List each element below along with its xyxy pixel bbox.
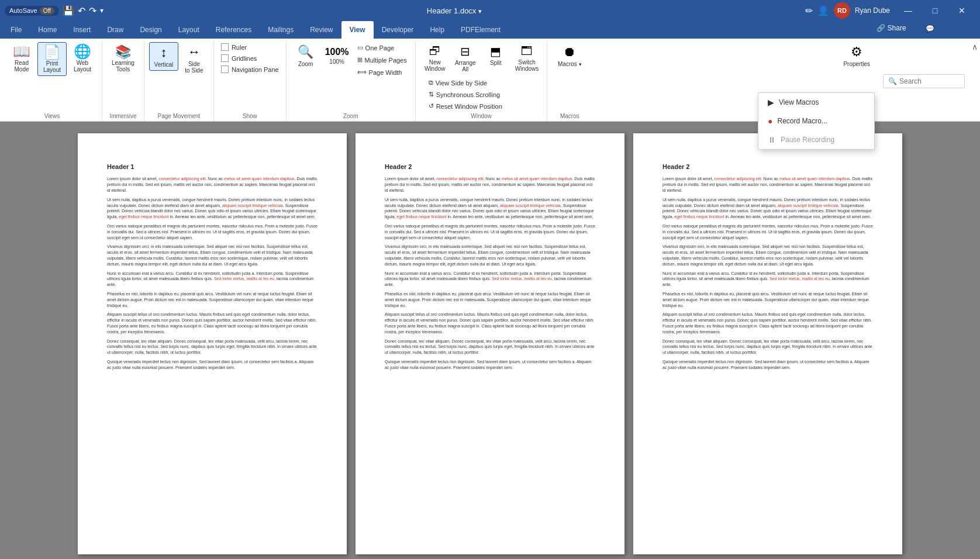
nav-pane-checkbox[interactable]: Navigation Pane	[219, 64, 281, 74]
multiple-pages-button[interactable]: ⊞ Multiple Pages	[354, 54, 410, 65]
page-movement-group: ↕ Vertical ↔ Sideto Side Page Movement	[144, 41, 214, 121]
side-to-side-icon: ↔	[188, 44, 201, 60]
title-bar: AutoSave Off 💾 ↶ ↷ ▾ Header 1.docx ▾ ✏ 👤…	[0, 0, 980, 21]
doc1-header: Header 1	[107, 163, 318, 171]
multiple-pages-icon: ⊞	[357, 56, 363, 64]
title-bar-left: AutoSave Off 💾 ↶ ↷ ▾	[5, 5, 103, 16]
one-page-button[interactable]: ▭ One Page	[354, 42, 410, 53]
undo-icon[interactable]: ↶	[78, 5, 85, 16]
sync-scrolling-button[interactable]: ⇅ Synchronous Scrolling	[425, 89, 506, 100]
views-group-items: 📖 ReadMode 📄 PrintLayout 🌐 WebLayout	[7, 42, 97, 112]
zoom-group-label: Zoom	[343, 113, 358, 121]
side-to-side-label: Sideto Side	[185, 61, 203, 74]
doc3-para-6: Phasellus ex nisl, lobortis in dapibus e…	[662, 291, 873, 308]
zoom-100-button[interactable]: 100% 100%	[322, 42, 353, 67]
view-side-by-side-label: View Side by Side	[436, 80, 487, 87]
ribbon-collapse-button[interactable]: ∧	[972, 41, 978, 51]
read-mode-icon: 📖	[13, 44, 30, 58]
arrange-all-button[interactable]: ⊟ ArrangeAll	[451, 42, 480, 75]
tab-view[interactable]: View	[341, 21, 374, 39]
minimize-button[interactable]: —	[895, 0, 922, 21]
gridlines-label: Gridlines	[232, 55, 257, 62]
tab-pdfelement[interactable]: PDFElement	[453, 21, 509, 39]
reset-window-label: Reset Window Position	[436, 103, 502, 110]
web-layout-button[interactable]: 🌐 WebLayout	[68, 42, 97, 75]
one-page-icon: ▭	[357, 44, 363, 51]
macros-icon: ⏺	[563, 44, 576, 60]
split-button[interactable]: ⬒ Split	[481, 42, 510, 75]
switch-windows-button[interactable]: 🗔 SwitchWindows	[512, 42, 543, 74]
macros-group: ⏺ Macros ▾ Macros	[547, 41, 592, 121]
tab-home[interactable]: Home	[30, 21, 65, 39]
redo-icon[interactable]: ↷	[89, 5, 96, 16]
gridlines-checkbox[interactable]: Gridlines	[219, 53, 259, 63]
learning-tools-button[interactable]: 📚 LearningTools	[107, 42, 139, 75]
tab-draw[interactable]: Draw	[99, 21, 132, 39]
tab-review[interactable]: Review	[302, 21, 341, 39]
autosave-toggle[interactable]: AutoSave Off	[5, 6, 59, 16]
switch-windows-label: SwitchWindows	[515, 59, 539, 72]
immersive-group-label: Immersive	[109, 113, 136, 121]
macros-group-items: ⏺ Macros ▾	[552, 42, 587, 112]
view-side-by-side-icon: ⧉	[429, 79, 433, 87]
print-layout-icon: 📄	[43, 45, 61, 59]
user-avatar[interactable]: RD	[834, 2, 850, 19]
doc1-para-9: Quisque venenatis imperdiet lectus non d…	[107, 359, 318, 371]
tab-mailings[interactable]: Mailings	[260, 21, 302, 39]
autosave-label: AutoSave	[9, 7, 37, 14]
doc2-para-4: Vivamus dignissim orci, in elis malesuad…	[385, 244, 595, 267]
tab-insert[interactable]: Insert	[65, 21, 99, 39]
record-macro-item[interactable]: ● Record Macro...	[758, 112, 874, 130]
view-side-by-side-button[interactable]: ⧉ View Side by Side	[425, 77, 506, 88]
views-group-label: Views	[44, 113, 60, 121]
save-icon[interactable]: 💾	[63, 5, 74, 16]
share-button[interactable]: 🔗 Share	[869, 21, 913, 39]
new-window-button[interactable]: 🗗 NewWindow	[420, 42, 450, 75]
search-input[interactable]	[899, 77, 946, 85]
page-width-button[interactable]: ⟺ Page Width	[354, 67, 410, 78]
reset-window-icon: ↺	[429, 102, 434, 110]
ruler-checkbox[interactable]: Ruler	[219, 42, 249, 52]
account-icon[interactable]: 👤	[817, 5, 829, 16]
read-mode-button[interactable]: 📖 ReadMode	[7, 42, 36, 75]
reset-window-button[interactable]: ↺ Reset Window Position	[425, 101, 506, 112]
vertical-button[interactable]: ↕ Vertical	[149, 42, 178, 71]
tab-developer[interactable]: Developer	[374, 21, 422, 39]
search-icon: 🔍	[888, 77, 897, 85]
maximize-button[interactable]: □	[922, 0, 948, 21]
doc2-para-1: Lorem ipsum dolor sit amet, consectetur …	[385, 176, 595, 193]
tab-file[interactable]: File	[2, 21, 30, 39]
side-to-side-button[interactable]: ↔ Sideto Side	[180, 42, 209, 76]
close-button[interactable]: ✕	[948, 0, 975, 21]
doc1-para-4: Vivamus dignissim orci, in elis malesuad…	[107, 244, 318, 267]
quick-access-more[interactable]: ▾	[100, 6, 103, 15]
zoom-group: 🔍 Zoom 100% 100% ▭ One Page ⊞ Multiple P…	[287, 41, 416, 121]
properties-button[interactable]: ⚙ Properties	[840, 42, 874, 70]
view-macros-item[interactable]: ▶ View Macros	[758, 93, 874, 112]
pen-icon[interactable]: ✏	[805, 5, 813, 16]
pause-recording-item: ⏸ Pause Recording	[758, 130, 874, 149]
ribbon-tab-bar: File Home Insert Draw Design Layout Refe…	[0, 21, 980, 39]
ruler-checkbox-box	[221, 43, 229, 51]
tab-design[interactable]: Design	[132, 21, 170, 39]
zoom-button[interactable]: 🔍 Zoom	[291, 42, 320, 70]
macros-button[interactable]: ⏺ Macros ▾	[552, 42, 587, 70]
tab-references[interactable]: References	[208, 21, 260, 39]
print-layout-button[interactable]: 📄 PrintLayout	[37, 42, 67, 76]
comments-button[interactable]: 💬 Comments	[918, 21, 978, 39]
search-box[interactable]: 🔍	[883, 74, 965, 88]
arrange-all-icon: ⊟	[460, 44, 470, 58]
new-window-label: NewWindow	[425, 59, 446, 72]
doc3-para-9: Quisque venenatis imperdiet lectus non d…	[662, 359, 873, 371]
tab-layout[interactable]: Layout	[170, 21, 208, 39]
document-page-3: Header 2 Lorem ipsum dolor sit amet, con…	[633, 133, 902, 554]
doc3-para-4: Vivamus dignissim orci, in elis malesuad…	[662, 244, 873, 267]
record-macro-label: Record Macro...	[777, 117, 827, 125]
tab-help[interactable]: Help	[422, 21, 453, 39]
ruler-label: Ruler	[232, 44, 247, 51]
doc2-para-9: Quisque venenatis imperdiet lectus non d…	[385, 359, 595, 371]
doc1-para-3: Orci varius natoque penatibus et magnis …	[107, 223, 318, 240]
pause-recording-icon: ⏸	[768, 135, 776, 144]
sync-scrolling-label: Synchronous Scrolling	[436, 91, 500, 98]
title-dropdown-icon[interactable]: ▾	[478, 8, 482, 15]
